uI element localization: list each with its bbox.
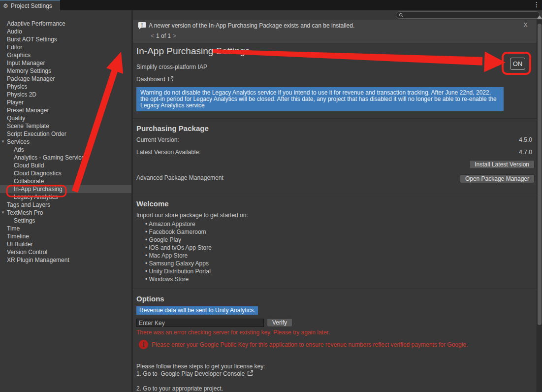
purchasing-package-heading: Purchasing Package — [136, 124, 209, 132]
sidebar-item-scene-template[interactable]: Scene Template — [0, 122, 131, 130]
store-list-item: Facebook Gameroom — [145, 228, 212, 236]
sidebar-item-editor[interactable]: Editor — [0, 43, 131, 51]
banner-pager: <1 of 1> — [149, 33, 178, 39]
sidebar-item-version-control[interactable]: Version Control — [0, 248, 131, 256]
legacy-analytics-warning: Warning do not disable the Legacy Analyt… — [136, 87, 504, 111]
sidebar-item-cloud-build[interactable]: Cloud Build — [0, 162, 131, 169]
sidebar-item-burst-aot-settings[interactable]: Burst AOT Settings — [0, 35, 131, 43]
version-row-label: Latest Version Available: — [136, 149, 201, 156]
search-icon — [399, 13, 404, 18]
version-row-value: 4.5.0 — [519, 136, 532, 143]
search-box[interactable] — [396, 11, 540, 19]
sidebar-item-label: UI Builder — [0, 240, 33, 248]
section-divider — [133, 118, 537, 119]
store-list: Amazon AppstoreFacebook GameroomGoogle P… — [145, 220, 212, 283]
pager-prev-button[interactable]: < — [149, 33, 156, 39]
welcome-intro: Import our store package to get started … — [136, 212, 248, 219]
step-1: 1. Go to Google Play Developer Console — [136, 370, 254, 378]
sidebar-item-in-app-purchasing[interactable]: In-App Purchasing — [0, 185, 131, 193]
sidebar-item-label: Package Manager — [0, 75, 55, 83]
svg-text:!: ! — [141, 23, 143, 28]
sidebar-item-tags-and-layers[interactable]: Tags and Layers — [0, 201, 131, 209]
sidebar-item-audio[interactable]: Audio — [0, 28, 131, 35]
server-error-text: There was an error checking server for e… — [136, 329, 330, 336]
dashboard-link[interactable]: Dashboard — [136, 76, 174, 83]
sidebar-item-timeline[interactable]: Timeline — [0, 232, 131, 240]
sidebar-item-adaptive-performance[interactable]: Adaptive Performance — [0, 20, 131, 28]
google-key-input[interactable] — [136, 319, 264, 327]
sidebar-item-label: Player — [0, 98, 24, 106]
title-bar: ⚙ Project Settings ⋮ — [0, 0, 542, 10]
advanced-package-label: Advanced Package Management — [136, 174, 223, 181]
sidebar-item-graphics[interactable]: Graphics — [0, 51, 131, 59]
sidebar-item-label: Timeline — [0, 232, 29, 240]
iap-enable-toggle[interactable]: ON — [510, 58, 525, 70]
sidebar-item-label: XR Plugin Management — [0, 256, 69, 264]
sidebar-item-player[interactable]: Player — [0, 98, 131, 106]
sidebar-item-label: Script Execution Order — [0, 130, 66, 138]
kebab-menu-icon[interactable]: ⋮ — [533, 0, 540, 8]
settings-sidebar: Adaptive PerformanceAudioBurst AOT Setti… — [0, 20, 131, 392]
google-play-console-link[interactable]: Google Play Developer Console — [160, 370, 245, 377]
window-title: Project Settings — [11, 2, 52, 9]
options-heading: Options — [136, 294, 164, 303]
analytics-note-badge: Revenue data will be sent to Unity Analy… — [136, 306, 258, 315]
sidebar-item-package-manager[interactable]: Package Manager — [0, 75, 131, 83]
foldout-arrow-icon[interactable]: ▼ — [1, 209, 5, 217]
sidebar-item-label: Scene Template — [0, 122, 49, 130]
sidebar-item-label: Input Manager — [0, 59, 45, 67]
sidebar-item-xr-plugin-management[interactable]: XR Plugin Management — [0, 256, 131, 264]
store-list-item: Samsung Galaxy Apps — [145, 260, 212, 267]
search-input[interactable] — [404, 12, 537, 18]
sidebar-item-time[interactable]: Time — [0, 225, 131, 232]
sidebar-item-ui-builder[interactable]: UI Builder — [0, 240, 131, 248]
main-panel: ! A newer version of the In-App Purchasi… — [133, 20, 537, 392]
sidebar-item-ads[interactable]: Ads — [0, 146, 131, 154]
sidebar-item-label: Preset Manager — [0, 106, 49, 114]
scrollbar-track[interactable] — [537, 20, 542, 392]
sidebar-item-cloud-diagnostics[interactable]: Cloud Diagnostics — [0, 169, 131, 177]
page-title: In-App Purchasing Settings — [136, 46, 250, 57]
scroll-up-arrow[interactable] — [537, 15, 542, 19]
console-warning-icon: ! — [138, 22, 146, 31]
sidebar-item-preset-manager[interactable]: Preset Manager — [0, 106, 131, 114]
project-settings-window: ⚙ Project Settings ⋮ Adaptive Performanc… — [0, 0, 542, 392]
verify-button[interactable]: Verify — [267, 318, 292, 327]
pager-next-button[interactable]: > — [171, 33, 178, 39]
sidebar-item-label: Time — [0, 225, 20, 232]
banner-close-button[interactable]: X — [523, 21, 528, 29]
sidebar-item-label: Burst AOT Settings — [0, 35, 57, 43]
tab-project-settings[interactable]: ⚙ Project Settings — [0, 0, 60, 10]
sidebar-item-label: Editor — [0, 43, 22, 51]
sidebar-item-label: Memory Settings — [0, 67, 51, 75]
sidebar-item-label: TextMesh Pro — [0, 209, 43, 217]
sidebar-item-quality[interactable]: Quality — [0, 114, 131, 122]
sidebar-item-label: In-App Purchasing — [0, 185, 63, 193]
sidebar-item-label: Ads — [0, 146, 24, 154]
sidebar-item-physics[interactable]: Physics — [0, 83, 131, 91]
sidebar-item-services[interactable]: ▼Services — [0, 138, 131, 146]
error-info-icon: i — [139, 340, 148, 349]
sidebar-item-script-execution-order[interactable]: Script Execution Order — [0, 130, 131, 138]
sidebar-item-label: Analytics - Gaming Services — [0, 154, 88, 162]
sidebar-item-analytics-gaming-services[interactable]: Analytics - Gaming Services — [0, 154, 131, 162]
sidebar-item-legacy-analytics[interactable]: Legacy Analytics — [0, 193, 131, 201]
scrollbar-thumb[interactable] — [538, 24, 542, 325]
sidebar-item-textmesh-pro[interactable]: ▼TextMesh Pro — [0, 209, 131, 217]
sidebar-item-collaborate[interactable]: Collaborate — [0, 177, 131, 185]
pager-count: 1 of 1 — [156, 33, 171, 39]
step-2: 2. Go to your appropriate project. — [136, 385, 223, 392]
store-list-item: Google Play — [145, 236, 212, 244]
section-divider — [133, 193, 537, 194]
welcome-heading: Welcome — [136, 199, 169, 208]
sidebar-item-label: Version Control — [0, 248, 47, 256]
sidebar-item-input-manager[interactable]: Input Manager — [0, 59, 131, 67]
sidebar-item-memory-settings[interactable]: Memory Settings — [0, 67, 131, 75]
external-link-icon — [247, 370, 254, 378]
sidebar-item-settings[interactable]: Settings — [0, 217, 131, 225]
sidebar-item-label: Tags and Layers — [0, 201, 50, 209]
foldout-arrow-icon[interactable]: ▼ — [1, 138, 5, 146]
sidebar-item-physics-2d[interactable]: Physics 2D — [0, 91, 131, 98]
open-package-manager-button[interactable]: Open Package Manager — [460, 174, 535, 183]
install-latest-version-button[interactable]: Install Latest Version — [469, 160, 535, 169]
